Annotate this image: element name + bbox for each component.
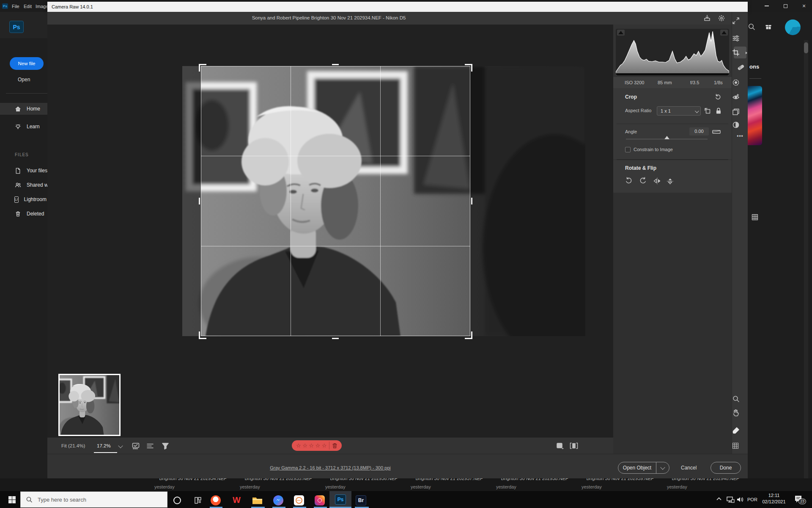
crop-handle-top[interactable] xyxy=(332,64,339,65)
zoom-fit-label[interactable]: Fit (21.4%) xyxy=(61,443,85,448)
sidebar-item-your-files[interactable]: Your files xyxy=(0,165,47,177)
save-download-icon[interactable] xyxy=(703,14,711,22)
tray-expand-chevron[interactable] xyxy=(716,497,722,502)
angle-value-input[interactable]: 0.00 xyxy=(689,127,709,135)
workflow-options-link[interactable]: Gray Gamma 2.2 - 16 bit - 3712 x 3712 (1… xyxy=(270,465,391,470)
recent-file-item[interactable]: Brighton 30 Nov 21 202940.NEF yesterday xyxy=(665,478,746,489)
image-preview-area[interactable] xyxy=(47,25,613,437)
rotate-crop-icon[interactable] xyxy=(704,108,711,114)
lock-icon[interactable] xyxy=(716,108,721,114)
before-after-view-icon[interactable] xyxy=(570,442,578,450)
maximize-button[interactable] xyxy=(781,2,790,10)
zoom-level-value[interactable]: 17.2% xyxy=(97,443,111,448)
cortana-button[interactable] xyxy=(172,495,182,505)
hand-tool-icon[interactable] xyxy=(732,409,740,417)
reject-trash-icon[interactable] xyxy=(332,443,337,449)
grid-view-icon[interactable] xyxy=(752,214,758,221)
star-icon[interactable]: ☆ xyxy=(322,442,327,449)
new-file-button[interactable]: New file xyxy=(10,57,44,70)
edit-sliders-icon[interactable] xyxy=(732,34,740,42)
toggle-fullscreen-icon[interactable] xyxy=(732,17,740,25)
rating-toolbar[interactable]: ☆☆☆☆☆ xyxy=(292,440,342,451)
zoom-tool-icon[interactable] xyxy=(732,395,740,403)
taskbar-app-photoshop-active[interactable]: Ps xyxy=(329,491,351,508)
scrollbar-thumb[interactable] xyxy=(804,42,808,53)
recent-file-item[interactable]: Brighton 30 Nov 21 202938.NEF yesterday xyxy=(494,478,575,489)
taskbar-app-instagram[interactable] xyxy=(314,495,325,505)
menu-file[interactable]: File xyxy=(12,3,19,9)
flip-horizontal-icon[interactable] xyxy=(653,178,661,184)
volume-icon[interactable] xyxy=(736,496,744,503)
start-button[interactable] xyxy=(8,496,16,503)
gift-whats-new-icon[interactable] xyxy=(765,22,772,30)
highlight-clipping-indicator[interactable] xyxy=(720,30,728,36)
crop-handle-bottom[interactable] xyxy=(332,338,339,339)
crop-handle-right[interactable] xyxy=(471,198,472,204)
star-rating[interactable]: ☆☆☆☆☆ xyxy=(296,440,328,451)
red-eye-tool-icon[interactable] xyxy=(732,93,740,101)
recent-file-item[interactable]: Brighton 30 Nov 21 202934.NEF yesterday xyxy=(153,478,233,489)
crop-tool-icon[interactable] xyxy=(732,49,740,56)
zoom-dropdown-chevron[interactable] xyxy=(118,443,123,448)
taskbar-app-brave[interactable] xyxy=(210,495,221,505)
menu-edit[interactable]: Edit xyxy=(24,3,32,9)
aspect-ratio-dropdown[interactable]: 1 x 1 xyxy=(657,106,701,116)
constrain-checkbox[interactable] xyxy=(625,147,631,152)
open-object-button[interactable]: Open Object xyxy=(618,462,669,474)
open-object-dropdown[interactable] xyxy=(656,467,669,469)
angle-slider-thumb[interactable] xyxy=(664,136,669,139)
recent-file-item[interactable]: Brighton 30 Nov 21 202935.NEF yesterday xyxy=(238,478,318,489)
language-indicator[interactable]: POR xyxy=(747,497,757,502)
rotate-left-icon[interactable] xyxy=(625,177,632,185)
more-tools-icon[interactable]: ••• xyxy=(732,133,748,139)
snapshots-panel-icon[interactable] xyxy=(732,108,740,116)
camera-raw-titlebar[interactable]: Camera Raw 14.0.1 xyxy=(47,2,748,12)
suggestion-card-thumbnail[interactable] xyxy=(748,86,762,145)
search-icon[interactable] xyxy=(748,23,755,30)
scrollbar[interactable] xyxy=(804,40,808,478)
preferences-gear-icon[interactable] xyxy=(718,14,725,22)
sidebar-item-shared-with-you[interactable]: Shared with xyxy=(0,179,47,191)
masking-tool-icon[interactable] xyxy=(732,79,740,86)
histogram[interactable] xyxy=(616,29,729,75)
crop-handle-left[interactable] xyxy=(199,198,200,204)
filmstrip-thumbnail[interactable] xyxy=(58,374,121,436)
flip-vertical-icon[interactable] xyxy=(667,178,673,185)
reset-crop-icon[interactable] xyxy=(715,93,721,100)
grid-overlay-icon[interactable] xyxy=(732,442,739,449)
straighten-tool-icon[interactable] xyxy=(712,128,721,135)
close-button[interactable]: × xyxy=(799,2,809,10)
recent-file-item[interactable]: Brighton 30 Nov 21 202936.NEF yesterday xyxy=(324,478,404,489)
sidebar-item-deleted[interactable]: Deleted xyxy=(0,208,47,220)
sidebar-item-lightroom-photos[interactable]: Lr Lightroom p xyxy=(0,193,47,205)
taskbar-app-chat[interactable]: ••• xyxy=(294,495,304,505)
recent-file-item[interactable]: Brighton 30 Nov 21 202939.NEF yesterday xyxy=(580,478,660,489)
presets-panel-icon[interactable] xyxy=(732,121,740,129)
filter-icon[interactable] xyxy=(162,442,169,450)
sidebar-item-learn[interactable]: Learn xyxy=(0,121,47,133)
taskbar-search-box[interactable]: Type here to search xyxy=(20,491,167,508)
taskbar-app-bridge[interactable]: Br xyxy=(356,495,366,505)
taskbar-app-w[interactable]: W xyxy=(231,495,242,505)
star-icon[interactable]: ☆ xyxy=(315,442,320,449)
done-button[interactable]: Done xyxy=(710,462,741,474)
user-avatar[interactable] xyxy=(785,19,801,35)
star-icon[interactable]: ☆ xyxy=(309,442,314,449)
sort-order-icon[interactable] xyxy=(146,443,155,450)
menu-image[interactable]: Image xyxy=(36,3,49,9)
select-images-icon[interactable] xyxy=(132,442,140,450)
star-icon[interactable]: ☆ xyxy=(296,442,301,449)
sidebar-item-home[interactable]: Home xyxy=(0,103,47,115)
open-button[interactable]: Open xyxy=(18,77,30,83)
shadow-clipping-indicator[interactable] xyxy=(617,30,625,36)
clock[interactable]: 12:11 02/12/2021 xyxy=(760,492,787,505)
action-center-button[interactable]: 23 xyxy=(794,495,804,505)
color-sampler-icon[interactable] xyxy=(732,427,740,434)
network-icon[interactable] xyxy=(726,496,735,503)
crop-box[interactable] xyxy=(201,66,470,336)
healing-brush-icon[interactable] xyxy=(732,64,748,71)
cancel-button[interactable]: Cancel xyxy=(681,465,697,471)
rotate-right-icon[interactable] xyxy=(639,177,647,185)
taskbar-app-messenger[interactable] xyxy=(273,495,283,505)
minimize-button[interactable] xyxy=(762,2,771,10)
